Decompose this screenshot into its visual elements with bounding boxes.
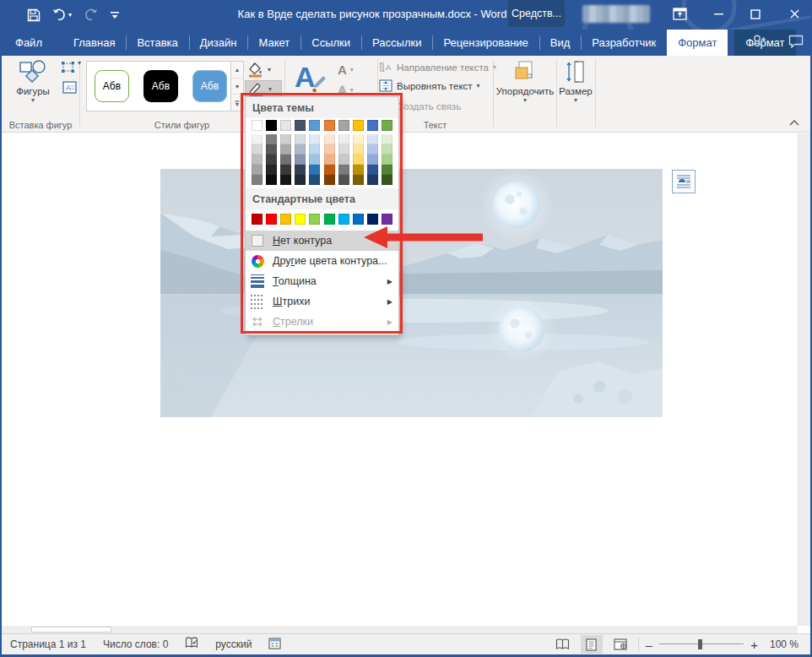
theme-color-variant-swatch[interactable] xyxy=(353,144,364,155)
tab-вставка[interactable]: Вставка xyxy=(126,30,188,56)
theme-color-swatch[interactable] xyxy=(266,120,277,131)
menu-item-weight[interactable]: Толщина ▶ xyxy=(246,271,398,291)
theme-color-variant-swatch[interactable] xyxy=(382,165,392,175)
theme-color-variant-swatch[interactable] xyxy=(382,144,392,155)
theme-color-variant-swatch[interactable] xyxy=(324,134,335,144)
standard-color-swatch[interactable] xyxy=(295,214,306,225)
gallery-scroll-up-icon[interactable]: ▲ xyxy=(231,62,243,79)
tab-вид[interactable]: Вид xyxy=(539,30,582,56)
standard-color-swatch[interactable] xyxy=(252,214,263,225)
tab-рассылки[interactable]: Рассылки xyxy=(361,30,432,56)
collapse-ribbon-button[interactable] xyxy=(787,117,802,129)
theme-color-variant-swatch[interactable] xyxy=(382,134,392,144)
minimize-button[interactable] xyxy=(704,0,733,28)
zoom-slider-thumb[interactable] xyxy=(698,639,702,649)
theme-color-variant-swatch[interactable] xyxy=(280,144,291,155)
menu-item-more-outline-colors[interactable]: Другие цвета контура... xyxy=(246,251,398,271)
ribbon-display-options-button[interactable] xyxy=(665,0,694,28)
document-picture[interactable] xyxy=(160,169,663,417)
edit-shape-button[interactable]: ▾ xyxy=(61,61,81,74)
theme-color-variant-swatch[interactable] xyxy=(338,155,349,165)
shape-fill-button[interactable]: ▾ xyxy=(245,61,282,79)
theme-color-variant-swatch[interactable] xyxy=(266,144,277,155)
theme-color-variant-swatch[interactable] xyxy=(353,155,364,165)
theme-color-swatch[interactable] xyxy=(353,120,364,131)
theme-color-variant-swatch[interactable] xyxy=(309,155,320,165)
theme-color-variant-swatch[interactable] xyxy=(309,165,320,175)
theme-color-variant-swatch[interactable] xyxy=(295,134,306,144)
theme-color-swatch[interactable] xyxy=(382,120,392,131)
text-effects-button[interactable]: А xyxy=(290,61,328,100)
page-indicator[interactable]: Страница 1 из 1 xyxy=(2,638,95,650)
theme-color-variant-swatch[interactable] xyxy=(252,144,263,155)
theme-color-variant-swatch[interactable] xyxy=(280,165,291,175)
word-count[interactable]: Число слов: 0 xyxy=(95,638,176,650)
theme-color-variant-swatch[interactable] xyxy=(338,144,349,155)
tab-разработчик[interactable]: Разработчик xyxy=(581,30,667,56)
theme-color-swatch[interactable] xyxy=(338,120,349,131)
gallery-scroll-down-icon[interactable]: ▼ xyxy=(231,79,243,95)
menu-item-dashes[interactable]: Штрихи ▶ xyxy=(246,291,398,312)
proofing-status-icon[interactable] xyxy=(176,637,207,652)
zoom-level[interactable]: 100 % xyxy=(770,638,798,650)
standard-color-swatch[interactable] xyxy=(309,214,320,225)
theme-color-variant-swatch[interactable] xyxy=(367,134,378,144)
tab-главная[interactable]: Главная xyxy=(62,30,126,56)
standard-color-swatch[interactable] xyxy=(367,214,378,225)
theme-color-variant-swatch[interactable] xyxy=(252,175,263,185)
menu-item-no-outline[interactable]: Нет контура xyxy=(246,231,398,251)
theme-color-variant-swatch[interactable] xyxy=(295,144,306,155)
zoom-slider[interactable] xyxy=(659,638,744,650)
standard-color-swatch[interactable] xyxy=(324,214,335,225)
close-button[interactable] xyxy=(780,0,809,28)
tab-помощн[interactable]: Помощн xyxy=(808,30,812,56)
maximize-button[interactable] xyxy=(741,0,770,28)
theme-color-swatch[interactable] xyxy=(324,120,335,131)
tab-ссылки[interactable]: Ссылки xyxy=(300,30,361,56)
tab-файл[interactable]: Файл xyxy=(2,30,56,56)
language-indicator[interactable]: русский xyxy=(207,638,260,650)
theme-color-variant-swatch[interactable] xyxy=(367,155,378,165)
size-button[interactable]: Размер ▾ xyxy=(559,59,593,103)
contextual-tools-header[interactable]: Средств... xyxy=(508,0,565,27)
read-mode-button[interactable] xyxy=(552,635,574,654)
shape-style-option[interactable]: Абв xyxy=(192,70,227,102)
theme-color-variant-swatch[interactable] xyxy=(367,144,378,155)
shape-style-option[interactable]: Абв xyxy=(143,70,178,102)
tab-макет[interactable]: Макет xyxy=(247,30,300,56)
tab-дизайн[interactable]: Дизайн xyxy=(189,30,248,56)
theme-color-variant-swatch[interactable] xyxy=(324,175,335,185)
macro-record-icon[interactable] xyxy=(260,638,290,652)
vertical-scrollbar[interactable] xyxy=(798,133,810,626)
theme-color-variant-swatch[interactable] xyxy=(266,134,277,144)
text-fill-button[interactable]: A ▾ xyxy=(338,62,354,77)
theme-color-swatch[interactable] xyxy=(367,120,378,131)
layout-options-button[interactable] xyxy=(672,170,696,193)
theme-color-variant-swatch[interactable] xyxy=(266,165,277,175)
theme-color-variant-swatch[interactable] xyxy=(353,175,364,185)
standard-color-swatch[interactable] xyxy=(353,214,364,225)
horizontal-scrollbar-thumb[interactable] xyxy=(31,627,111,633)
theme-color-variant-swatch[interactable] xyxy=(367,165,378,175)
standard-color-swatch[interactable] xyxy=(266,214,277,225)
tab-формат[interactable]: Формат xyxy=(667,30,728,56)
theme-color-variant-swatch[interactable] xyxy=(382,155,392,165)
standard-color-swatch[interactable] xyxy=(382,214,392,225)
theme-color-variant-swatch[interactable] xyxy=(266,175,277,185)
theme-color-variant-swatch[interactable] xyxy=(382,175,392,185)
text-box-button[interactable]: A xyxy=(62,81,77,95)
theme-color-variant-swatch[interactable] xyxy=(252,134,263,144)
theme-color-variant-swatch[interactable] xyxy=(295,175,306,185)
theme-color-variant-swatch[interactable] xyxy=(338,175,349,185)
theme-color-swatch[interactable] xyxy=(309,120,320,131)
horizontal-scrollbar[interactable] xyxy=(2,626,798,633)
theme-color-variant-swatch[interactable] xyxy=(338,134,349,144)
theme-color-variant-swatch[interactable] xyxy=(309,144,320,155)
text-outline-button[interactable]: A ▾ xyxy=(338,83,354,97)
shape-style-option[interactable]: Абв xyxy=(95,70,129,102)
align-text-button[interactable]: Выровнять текст ▾ xyxy=(379,79,480,92)
theme-color-variant-swatch[interactable] xyxy=(338,165,349,175)
theme-color-variant-swatch[interactable] xyxy=(252,155,263,165)
arrange-button[interactable]: Упорядочить ▾ xyxy=(496,59,554,103)
share-contact-icon[interactable] xyxy=(750,34,766,52)
